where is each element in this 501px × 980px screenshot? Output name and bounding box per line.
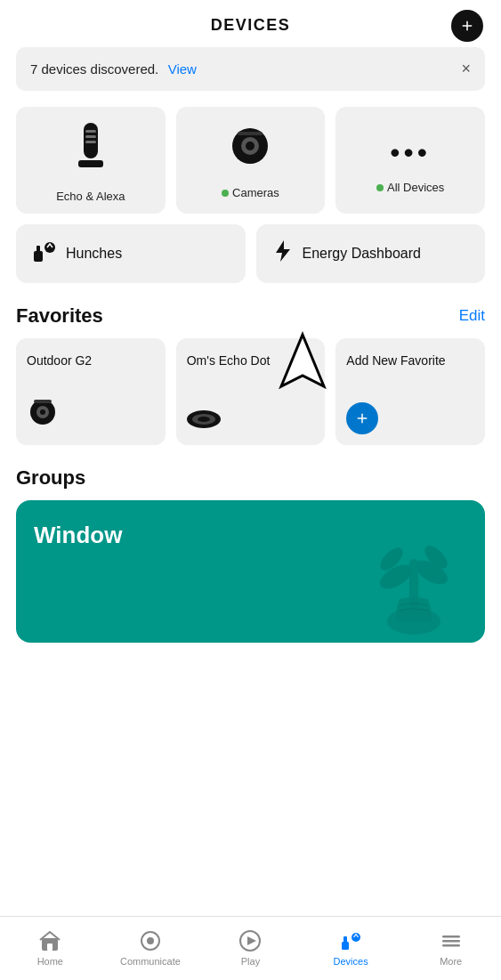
device-card-echo-alexa[interactable]: Echo & Alexa [16, 107, 166, 214]
device-category-grid: Echo & Alexa Cameras ••• All Devices [16, 107, 485, 214]
add-new-favorite-name: Add New Favorite [346, 352, 445, 369]
favorites-title: Favorites [16, 304, 103, 328]
discovery-text: 7 devices discovered. [30, 61, 158, 77]
cameras-label: Cameras [222, 186, 279, 199]
discovery-view-link[interactable]: View [168, 61, 197, 77]
echo-alexa-icon [69, 121, 112, 179]
group-card-window[interactable]: Window [16, 500, 485, 643]
nav-communicate-label: Communicate [120, 956, 181, 967]
favorites-grid: Outdoor G2 Om's Echo Dot Add New Favorit… [16, 338, 485, 445]
svg-rect-10 [36, 246, 40, 253]
nav-home[interactable]: Home [0, 929, 101, 967]
nav-home-label: Home [37, 956, 63, 967]
all-devices-icon: ••• [390, 130, 431, 170]
device-card-cameras[interactable]: Cameras [176, 107, 326, 214]
bottom-nav: Home Communicate Play Devices More [0, 916, 501, 980]
oms-echo-dot-icon [187, 404, 221, 434]
page-header: DEVICES [0, 0, 501, 47]
svg-rect-27 [47, 944, 53, 951]
all-devices-label: All Devices [376, 181, 444, 194]
echo-alexa-label: Echo & Alexa [56, 190, 125, 203]
nav-more[interactable]: More [400, 929, 501, 967]
hunches-label: Hunches [66, 246, 122, 262]
svg-rect-33 [343, 936, 347, 944]
hunches-card[interactable]: Hunches [16, 224, 246, 283]
svg-point-19 [198, 417, 210, 422]
outdoor-g2-icon [27, 396, 59, 434]
svg-rect-16 [34, 400, 52, 403]
favorite-outdoor-g2[interactable]: Outdoor G2 [16, 338, 166, 445]
discovery-close-button[interactable]: × [461, 60, 471, 78]
energy-dashboard-label: Energy Dashboard [303, 246, 421, 262]
group-window-name: Window [34, 522, 122, 549]
groups-title: Groups [16, 466, 485, 490]
add-new-favorite-card[interactable]: Add New Favorite [335, 338, 485, 445]
favorite-oms-echo-dot[interactable]: Om's Echo Dot [176, 338, 326, 445]
add-device-button[interactable] [451, 10, 483, 42]
svg-rect-36 [442, 940, 460, 943]
group-decor-illustration [343, 506, 467, 643]
hunches-icon [32, 239, 57, 269]
svg-rect-4 [85, 141, 96, 143]
svg-rect-37 [442, 944, 460, 947]
nav-play[interactable]: Play [200, 929, 301, 967]
nav-devices-label: Devices [334, 956, 368, 967]
svg-point-29 [147, 937, 154, 944]
nav-devices[interactable]: Devices [301, 929, 401, 967]
discovery-banner: 7 devices discovered. View × [16, 47, 485, 91]
cameras-online-dot [222, 190, 229, 197]
action-row: Hunches Energy Dashboard [16, 224, 485, 283]
favorites-edit-button[interactable]: Edit [459, 307, 485, 325]
favorites-section-header: Favorites Edit [16, 304, 485, 328]
nav-play-label: Play [241, 956, 260, 967]
energy-dashboard-card[interactable]: Energy Dashboard [256, 224, 486, 283]
nav-more-label: More [440, 956, 462, 967]
energy-icon [272, 239, 294, 269]
svg-marker-31 [247, 936, 256, 945]
add-new-favorite-button[interactable] [346, 402, 378, 434]
svg-rect-3 [85, 135, 96, 138]
svg-rect-2 [85, 130, 96, 133]
svg-rect-8 [238, 132, 263, 135]
nav-communicate[interactable]: Communicate [101, 929, 201, 967]
svg-point-15 [40, 409, 45, 415]
outdoor-g2-name: Outdoor G2 [27, 352, 92, 369]
svg-point-7 [246, 142, 255, 150]
discovery-text-container: 7 devices discovered. View [30, 61, 197, 77]
cameras-icon [229, 125, 271, 175]
oms-echo-dot-name: Om's Echo Dot [187, 352, 271, 369]
all-devices-online-dot [376, 184, 384, 191]
svg-rect-1 [78, 160, 103, 167]
device-card-all-devices[interactable]: ••• All Devices [335, 107, 485, 214]
page-title: DEVICES [211, 16, 291, 35]
svg-rect-35 [442, 935, 460, 938]
